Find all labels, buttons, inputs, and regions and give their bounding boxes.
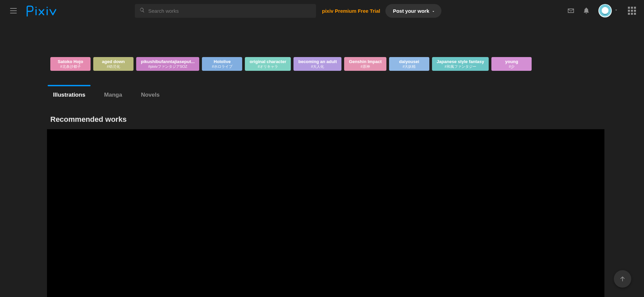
tag-sublabel: #北条沙都子 [60,64,80,69]
main-content: Satoko Hojo#北条沙都子aged down#幼児化pikushibuf… [0,0,644,297]
content-tabs: IllustrationsMangaNovels [50,87,644,103]
tab-manga[interactable]: Manga [101,87,125,103]
tag-chip[interactable]: Japanese style fantasy#和風ファンタジー [432,57,489,71]
tag-label: daiyousei [399,59,419,64]
tag-sublabel: #幼児化 [107,64,120,69]
tag-chip[interactable]: Satoko Hojo#北条沙都子 [50,57,91,71]
search-bar[interactable] [135,4,316,18]
tag-label: young [505,59,518,64]
tab-illustrations[interactable]: Illustrations [50,87,88,103]
section-title: Recommended works [50,115,644,124]
svg-point-1 [47,7,48,8]
tag-label: Genshin Impact [349,59,382,64]
tab-novels[interactable]: Novels [138,87,162,103]
tag-label: aged down [102,59,125,64]
recommended-works-area [47,129,604,297]
scroll-to-top-button[interactable] [614,270,631,288]
apps-grid-icon[interactable] [626,5,638,17]
arrow-up-icon [619,275,626,283]
tag-sublabel: #オリキャラ [258,64,278,69]
post-work-label: Post your work [393,8,429,14]
chevron-down-icon [614,8,619,14]
header-bar: pixiv Premium Free Trial Post your work [0,0,644,21]
tag-chip[interactable]: daiyousei#大妖精 [389,57,429,71]
tag-carousel: Satoko Hojo#北条沙都子aged down#幼児化pikushibuf… [0,57,644,71]
tag-label: Hololive [214,59,231,64]
bell-icon[interactable] [580,5,592,17]
tag-sublabel: #大妖精 [402,64,416,69]
tag-sublabel: #和風ファンタジー [445,64,476,69]
tag-label: pikushibufanntajiaseput... [141,59,195,64]
tag-chip[interactable]: original character#オリキャラ [245,57,291,71]
avatar [598,4,612,17]
tag-chip[interactable]: aged down#幼児化 [93,57,133,71]
search-input[interactable] [148,8,311,14]
tag-label: Japanese style fantasy [437,59,484,64]
tag-sublabel: #少 [509,64,515,69]
tag-sublabel: #大人化 [311,64,324,69]
tag-chip[interactable]: Genshin Impact#原神 [344,57,386,71]
svg-point-0 [36,7,37,8]
tag-chip[interactable]: Hololive#ホロライブ [202,57,242,71]
account-menu[interactable] [598,4,619,17]
post-work-button[interactable]: Post your work [385,4,441,18]
hamburger-menu-icon[interactable] [7,4,20,17]
tag-label: Satoko Hojo [58,59,83,64]
tag-chip[interactable]: becoming an adult#大人化 [293,57,341,71]
chevron-down-icon [431,9,435,13]
tag-label: becoming an adult [298,59,337,64]
tag-chip[interactable]: young#少 [491,57,532,71]
premium-trial-link[interactable]: pixiv Premium Free Trial [322,8,380,14]
tag-sublabel: #原神 [361,64,370,69]
tag-chip[interactable]: pikushibufanntajiaseput...#pixivファンタジアSO… [136,57,199,71]
tag-sublabel: #ホロライブ [212,64,232,69]
pixiv-logo[interactable] [25,5,60,16]
tag-label: original character [250,59,286,64]
mail-icon[interactable] [565,5,577,17]
tag-sublabel: #pixivファンタジアSOZ [148,64,187,69]
search-icon [140,7,145,14]
